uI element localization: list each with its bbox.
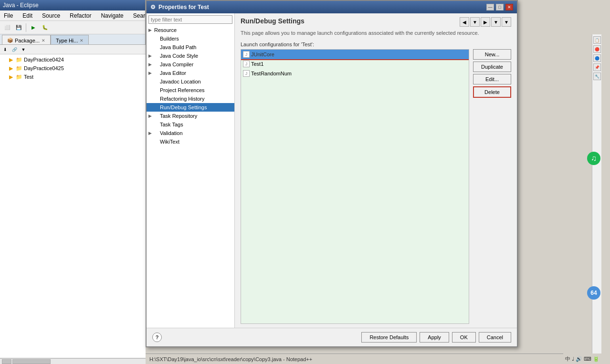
- filter-input[interactable]: [148, 15, 232, 24]
- new-button[interactable]: New...: [473, 49, 511, 60]
- eclipse-menubar: File Edit Source Refactor Navigate Searc…: [0, 10, 145, 21]
- nav-builders[interactable]: Builders: [147, 34, 234, 43]
- tree-item-0[interactable]: ▶ 📁 DayPractice0424: [0, 55, 146, 64]
- nav-arrow-taskrepo: ▶: [148, 114, 154, 118]
- dialog-icon: ⚙: [150, 4, 156, 10]
- dialog-maximize[interactable]: □: [496, 4, 504, 10]
- nav-java-code-style[interactable]: ▶ Java Code Style: [147, 52, 234, 60]
- nav-refactoring[interactable]: Refactoring History: [147, 94, 234, 103]
- nav-run-debug[interactable]: Run/Debug Settings: [147, 103, 234, 112]
- forward-dropdown[interactable]: ▼: [491, 17, 501, 27]
- nav-wikitext[interactable]: WikiText: [147, 137, 234, 146]
- scroll-thumb[interactable]: [12, 359, 51, 364]
- section-title: Run/Debug Settings: [241, 17, 305, 25]
- tab-typehierarchy-close[interactable]: ✕: [80, 38, 84, 43]
- tray-icon2[interactable]: ♩: [572, 356, 574, 362]
- eclipse-titlebar: Java - Eclipse: [0, 0, 145, 10]
- edit-button[interactable]: Edit...: [473, 74, 511, 84]
- menu-refactor[interactable]: Refactor: [68, 11, 93, 20]
- nav-resource[interactable]: ▶ Resource: [147, 26, 234, 34]
- eclipse-toolbar: ⬜ 💾 ▶ 🐛: [0, 21, 145, 34]
- action-buttons: New... Duplicate Edit... Delete: [473, 49, 511, 324]
- panel-btn1[interactable]: ⬇: [1, 46, 10, 53]
- content-header: Run/Debug Settings ◀ ▼ ▶ ▼ ▼: [241, 17, 511, 27]
- tree-item-1[interactable]: ▶ 📁 DayPractice0425: [0, 64, 146, 73]
- status-icon2-label: 64: [590, 290, 597, 296]
- right-btn4[interactable]: 📌: [593, 63, 601, 71]
- tab-packages-label: Package...: [15, 38, 40, 43]
- tab-packages-close[interactable]: ✕: [42, 38, 45, 43]
- nav-project-refs[interactable]: Project References: [147, 86, 234, 94]
- menu-file[interactable]: File: [2, 11, 15, 20]
- dialog-title: ⚙ Properties for Test: [150, 4, 209, 10]
- spotify-icon[interactable]: ♫: [587, 152, 600, 165]
- nav-java-editor[interactable]: ▶ Java Editor: [147, 69, 234, 77]
- list-item-testrandomnum[interactable]: J TestRandomNum: [241, 69, 469, 78]
- ok-button[interactable]: OK: [452, 332, 476, 343]
- right-icon-bar: 📋 🔴 🔵 📌 🔧: [592, 34, 601, 354]
- junit-icon: J: [243, 51, 250, 58]
- nav-javadoc[interactable]: Javadoc Location: [147, 77, 234, 86]
- nav-java-build-path[interactable]: Java Build Path: [147, 43, 234, 52]
- back-dropdown[interactable]: ▼: [470, 17, 480, 27]
- list-item-junitcore[interactable]: J JUnitCore: [241, 50, 469, 59]
- nav-arrow-jcomp: ▶: [148, 62, 154, 67]
- dialog-body: ▶ Resource Builders Java Build Path ▶ Ja…: [147, 13, 517, 328]
- list-item-test1[interactable]: J Test1: [241, 59, 469, 69]
- tab-packages[interactable]: 📦 Package... ✕: [2, 35, 51, 44]
- launch-config-list: J JUnitCore J Test1 J TestRandomNum: [241, 49, 469, 324]
- apply-button[interactable]: Apply: [420, 332, 449, 343]
- nav-arrow-jcs: ▶: [148, 53, 154, 58]
- dialog-minimize[interactable]: —: [486, 4, 494, 10]
- right-btn5[interactable]: 🔧: [593, 73, 601, 80]
- right-btn3[interactable]: 🔵: [593, 54, 601, 62]
- scroll-left-btn[interactable]: [2, 359, 11, 364]
- tray-icon5[interactable]: 🔋: [593, 356, 599, 362]
- forward-btn[interactable]: ▶: [481, 17, 490, 27]
- footer-right: Restore Defaults Apply OK Cancel: [361, 332, 511, 343]
- nav-java-compiler[interactable]: ▶ Java Compiler: [147, 60, 234, 69]
- nav-arrow-jeditor: ▶: [148, 71, 154, 75]
- right-btn2[interactable]: 🔴: [593, 45, 601, 53]
- cancel-button[interactable]: Cancel: [479, 332, 511, 343]
- toolbar-debug[interactable]: 🐛: [40, 22, 50, 33]
- restore-defaults-button[interactable]: Restore Defaults: [361, 332, 417, 343]
- menu-source[interactable]: Source: [40, 11, 62, 20]
- more-btn[interactable]: ▼: [502, 17, 511, 27]
- dialog-content-panel: Run/Debug Settings ◀ ▼ ▶ ▼ ▼ This page a…: [235, 13, 517, 328]
- tree-label-0: DayPractice0424: [24, 57, 64, 62]
- delete-button[interactable]: Delete: [473, 86, 511, 98]
- toolbar-run[interactable]: ▶: [28, 22, 39, 33]
- tray-icon3[interactable]: 🔊: [576, 356, 582, 362]
- menu-navigate[interactable]: Navigate: [99, 11, 125, 20]
- toolbar-save[interactable]: 💾: [13, 22, 24, 33]
- tray-icon4[interactable]: ⌨: [584, 356, 591, 362]
- eclipse-tabs-bar: 📦 Package... ✕ Type Hi... ✕: [0, 34, 145, 45]
- tree-label-1: DayPractice0425: [24, 65, 64, 71]
- nav-task-repo[interactable]: ▶ Task Repository: [147, 112, 234, 120]
- system-tray: 中 ♩ 🔊 ⌨ 🔋: [563, 354, 601, 364]
- nav-validation[interactable]: ▶ Validation: [147, 129, 234, 137]
- status-icon2[interactable]: 64: [587, 286, 600, 300]
- duplicate-button[interactable]: Duplicate: [473, 62, 511, 72]
- tray-icon1[interactable]: 中: [565, 355, 570, 363]
- panel-btn2[interactable]: 🔗: [10, 46, 19, 53]
- statusbar-path: H:\SXT\Day19\java_io\src\cn\sxt\reader\c…: [149, 356, 312, 362]
- statusbar: H:\SXT\Day19\java_io\src\cn\sxt\reader\c…: [146, 354, 601, 364]
- back-btn[interactable]: ◀: [460, 17, 469, 27]
- launch-label: Launch configurations for 'Test':: [241, 42, 511, 47]
- folder-icon-2: ▶: [8, 73, 14, 80]
- tree-item-2[interactable]: ▶ 📁 Test: [0, 73, 146, 81]
- project-icon-2: 📁: [16, 73, 22, 80]
- menu-edit[interactable]: Edit: [21, 11, 34, 20]
- nav-tree: ▶ Resource Builders Java Build Path ▶ Ja…: [147, 26, 234, 328]
- horizontal-scrollbar[interactable]: [0, 358, 146, 364]
- nav-arrow-validation: ▶: [148, 131, 154, 135]
- dialog-close[interactable]: ✕: [505, 4, 513, 10]
- nav-task-tags[interactable]: Task Tags: [147, 120, 234, 129]
- right-btn1[interactable]: 📋: [593, 36, 601, 44]
- tab-typehierarchy[interactable]: Type Hi... ✕: [51, 35, 89, 44]
- help-button[interactable]: ?: [152, 333, 162, 342]
- panel-btn3[interactable]: ▼: [19, 46, 28, 53]
- toolbar-new[interactable]: ⬜: [2, 22, 12, 33]
